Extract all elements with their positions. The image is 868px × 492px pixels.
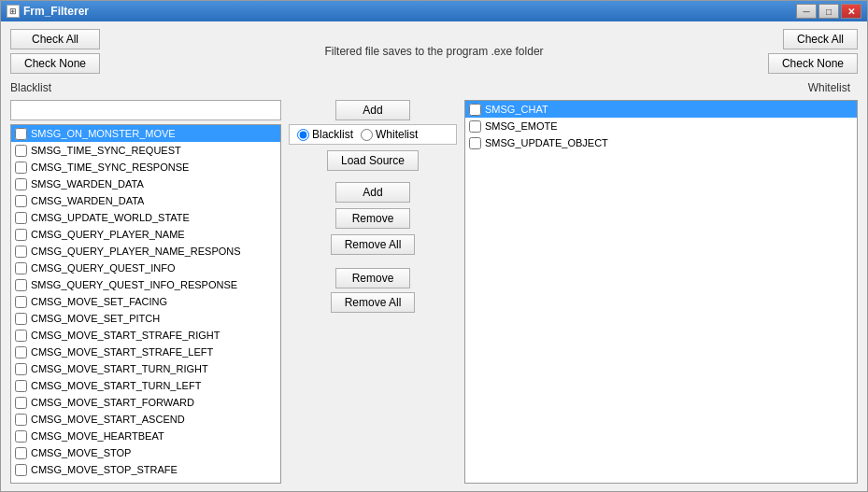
left-list-item-text: CMSG_WARDEN_DATA (31, 195, 144, 206)
right-list-item[interactable]: SMSG_EMOTE (465, 118, 857, 134)
left-list-item[interactable]: CMSG_MOVE_START_TURN_RIGHT (11, 360, 280, 377)
left-list-item[interactable]: CMSG_WARDEN_DATA (11, 192, 280, 209)
remove-right-button[interactable]: Remove (335, 268, 410, 288)
left-list-item-text: CMSG_MOVE_START_STRAFE_LEFT (31, 346, 213, 358)
remove-all-right-button[interactable]: Remove All (331, 292, 416, 313)
blacklist-label: Blacklist (10, 81, 51, 94)
check-all-left-button[interactable]: Check All (10, 29, 100, 49)
blacklist-radio-label[interactable]: Blacklist (297, 128, 353, 141)
remove-all-left-button[interactable]: Remove All (331, 234, 416, 255)
left-list-item[interactable]: SMSG_WARDEN_DATA (11, 176, 280, 192)
left-list-checkbox[interactable] (15, 296, 27, 308)
left-list-item-text: CMSG_TIME_SYNC_RESPONSE (31, 162, 189, 173)
middle-top-controls: Add Blacklist Whitelist Load Source (289, 100, 457, 171)
left-list[interactable]: SMSG_ON_MONSTER_MOVESMSG_TIME_SYNC_REQUE… (10, 124, 281, 484)
left-list-item-text: CMSG_QUERY_QUEST_INFO (31, 262, 175, 274)
whitelist-radio[interactable] (361, 129, 373, 141)
title-bar: ⊞ Frm_Filterer ─ □ ✕ (1, 1, 867, 21)
left-list-checkbox[interactable] (15, 397, 27, 409)
check-none-right-button[interactable]: Check None (768, 53, 858, 74)
left-list-checkbox[interactable] (15, 363, 27, 375)
left-list-item[interactable]: CMSG_QUERY_QUEST_INFO (11, 260, 280, 276)
right-list-item[interactable]: SMSG_UPDATE_OBJECT (465, 134, 857, 151)
left-list-item[interactable]: CMSG_MOVE_START_STRAFE_LEFT (11, 344, 280, 360)
blacklist-radio[interactable] (297, 129, 309, 141)
window-title: Frm_Filterer (23, 5, 796, 18)
left-list-checkbox[interactable] (15, 229, 27, 241)
left-list-item[interactable]: CMSG_TIME_SYNC_RESPONSE (11, 159, 280, 176)
top-right-controls: Check All Check None (768, 29, 858, 74)
middle-buttons: Add Remove Remove All (289, 182, 457, 255)
left-list-checkbox[interactable] (15, 330, 27, 342)
left-list-item[interactable]: CMSG_MOVE_STOP (11, 444, 280, 461)
left-list-checkbox[interactable] (15, 212, 27, 224)
left-list-checkbox[interactable] (15, 464, 27, 476)
right-list-checkbox[interactable] (469, 137, 481, 149)
add-left-button[interactable]: Add (335, 100, 410, 120)
left-list-item-text: CMSG_MOVE_START_STRAFE_RIGHT (31, 330, 221, 341)
left-list-checkbox[interactable] (15, 145, 27, 157)
left-list-item-text: SMSG_ON_MONSTER_MOVE (31, 128, 176, 139)
left-list-item[interactable]: SMSG_TIME_SYNC_REQUEST (11, 142, 280, 159)
left-list-checkbox[interactable] (15, 178, 27, 190)
close-button[interactable]: ✕ (841, 4, 861, 19)
left-list-item[interactable]: CMSG_MOVE_STOP_STRAFE (11, 461, 280, 478)
left-list-item-text: CMSG_MOVE_SET_PITCH (31, 313, 160, 324)
left-list-item-text: CMSG_QUERY_PLAYER_NAME_RESPONS (31, 246, 241, 257)
main-area: SMSG_ON_MONSTER_MOVESMSG_TIME_SYNC_REQUE… (10, 100, 858, 484)
middle-panel: Add Blacklist Whitelist Load Source (289, 100, 457, 484)
left-list-item-text: CMSG_MOVE_START_ASCEND (31, 414, 185, 425)
left-list-checkbox[interactable] (15, 414, 27, 426)
right-list-item-text: SMSG_UPDATE_OBJECT (485, 137, 608, 148)
check-none-left-button[interactable]: Check None (10, 53, 100, 74)
left-list-item[interactable]: SMSG_ON_MONSTER_MOVE (11, 125, 280, 142)
left-list-item[interactable]: CMSG_MOVE_HEARTBEAT (11, 428, 280, 444)
right-list[interactable]: SMSG_CHATSMSG_EMOTESMSG_UPDATE_OBJECT (464, 100, 858, 484)
left-list-item-text: CMSG_MOVE_STOP_STRAFE (31, 464, 178, 475)
left-list-checkbox[interactable] (15, 313, 27, 325)
status-text: Filtered file saves to the program .exe … (324, 45, 543, 58)
whitelist-radio-label[interactable]: Whitelist (361, 128, 418, 141)
app-icon: ⊞ (7, 5, 20, 18)
right-list-item[interactable]: SMSG_CHAT (465, 101, 857, 118)
right-list-checkbox[interactable] (469, 104, 481, 116)
left-list-item[interactable]: CMSG_MOVE_START_TURN_LEFT (11, 377, 280, 394)
main-content: Check All Check None Filtered file saves… (1, 21, 867, 491)
window-controls: ─ □ ✕ (796, 4, 861, 19)
left-list-item-text: CMSG_MOVE_SET_FACING (31, 296, 167, 307)
left-list-checkbox[interactable] (15, 246, 27, 258)
left-list-checkbox[interactable] (15, 380, 27, 392)
left-list-checkbox[interactable] (15, 262, 27, 274)
left-list-checkbox[interactable] (15, 195, 27, 207)
left-list-checkbox[interactable] (15, 430, 27, 443)
left-list-item[interactable]: CMSG_MOVE_START_STRAFE_RIGHT (11, 327, 280, 344)
right-list-checkbox[interactable] (469, 120, 481, 133)
left-list-item-text: SMSG_TIME_SYNC_REQUEST (31, 145, 181, 156)
left-search-input[interactable] (10, 100, 281, 120)
left-list-item[interactable]: SMSG_QUERY_QUEST_INFO_RESPONSE (11, 276, 280, 293)
left-list-checkbox[interactable] (15, 346, 27, 358)
left-list-item[interactable]: CMSG_MOVE_START_ASCEND (11, 411, 280, 428)
left-list-checkbox[interactable] (15, 162, 27, 174)
load-source-button[interactable]: Load Source (327, 150, 419, 171)
check-all-right-button[interactable]: Check All (783, 29, 858, 49)
remove-left-button[interactable]: Remove (335, 208, 410, 229)
left-list-item[interactable]: CMSG_QUERY_PLAYER_NAME_RESPONS (11, 243, 280, 260)
left-list-checkbox[interactable] (15, 447, 27, 459)
minimize-button[interactable]: ─ (796, 4, 817, 19)
left-list-item[interactable]: CMSG_QUERY_PLAYER_NAME (11, 226, 280, 243)
left-list-item[interactable]: CMSG_MOVE_SET_FACING (11, 293, 280, 310)
left-list-item-text: SMSG_WARDEN_DATA (31, 178, 144, 190)
right-list-item-text: SMSG_EMOTE (485, 120, 558, 132)
add-right-button[interactable]: Add (335, 182, 410, 203)
left-list-checkbox[interactable] (15, 128, 27, 140)
left-list-item-text: CMSG_MOVE_START_FORWARD (31, 397, 194, 408)
left-list-checkbox[interactable] (15, 279, 27, 291)
left-list-item-text: CMSG_QUERY_PLAYER_NAME (31, 229, 185, 240)
left-list-item[interactable]: CMSG_UPDATE_WORLD_STATE (11, 209, 280, 226)
top-center-info: Filtered file saves to the program .exe … (100, 45, 768, 58)
left-list-item[interactable]: CMSG_MOVE_SET_PITCH (11, 310, 280, 327)
left-list-item[interactable]: CMSG_MOVE_START_FORWARD (11, 394, 280, 411)
right-list-item-text: SMSG_CHAT (485, 104, 548, 115)
maximize-button[interactable]: □ (818, 4, 839, 19)
